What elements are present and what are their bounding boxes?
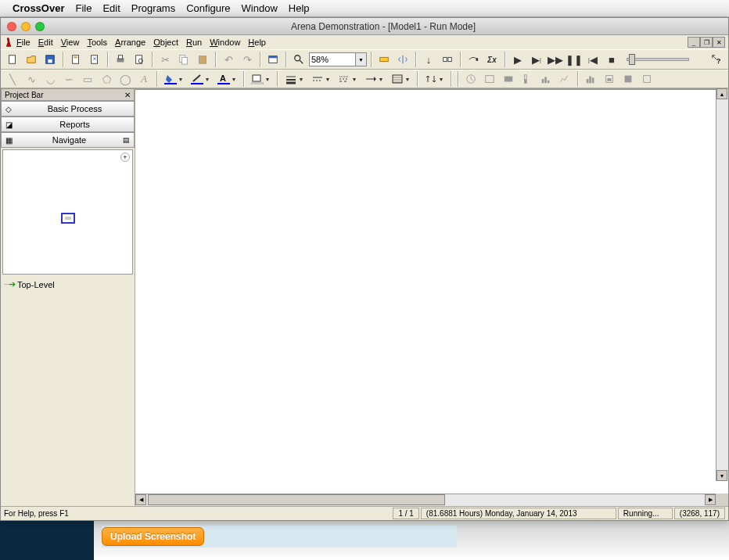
mdi-minimize-icon[interactable]: _ (688, 37, 700, 48)
attach-button[interactable] (86, 51, 103, 68)
menu-view[interactable]: View (61, 38, 80, 47)
flip-button[interactable]: ▼ (422, 71, 447, 87)
upload-screenshot-button[interactable]: Upload Screenshot (102, 527, 204, 546)
menu-run[interactable]: Run (186, 38, 202, 47)
menu-arrange[interactable]: Arrange (115, 38, 145, 47)
menu-object[interactable]: Object (153, 38, 178, 47)
submodel-button[interactable] (439, 51, 456, 68)
menu-file[interactable]: File (16, 38, 31, 47)
polygon-tool[interactable]: ⬠ (98, 71, 115, 87)
project-bar-close-icon[interactable]: ✕ (124, 91, 131, 99)
line-style-button[interactable]: ▼ (308, 71, 333, 87)
ellipse-tool[interactable]: ◯ (117, 71, 134, 87)
template-button[interactable] (67, 51, 84, 68)
scroll-thumb-icon[interactable] (148, 494, 445, 505)
section-reports[interactable]: ◪ Reports (1, 117, 135, 132)
stop-button[interactable]: ■ (603, 51, 620, 68)
scroll-up-icon[interactable]: ▲ (716, 88, 727, 99)
connect-button[interactable] (465, 51, 482, 68)
tree-item-top-level[interactable]: ┈ ➔ Top-Level (4, 279, 131, 289)
print-button[interactable] (112, 51, 129, 68)
scroll-down-icon[interactable]: ▼ (716, 470, 727, 481)
date-button[interactable] (481, 71, 498, 87)
step-button[interactable]: ▶| (528, 51, 545, 68)
model-canvas[interactable]: Create 1 7 1 Record 1 7 1 (135, 88, 716, 90)
arc-tool[interactable]: ◡ (41, 71, 59, 87)
save-button[interactable] (41, 51, 59, 68)
titlebar[interactable]: Arena Demonstration - [Model1 - Run Mode… (1, 18, 728, 35)
mdi-restore-icon[interactable]: ❐ (700, 37, 713, 48)
redo-button[interactable]: ↷ (239, 51, 256, 68)
mdi-close-icon[interactable]: ✕ (713, 37, 725, 48)
level-button[interactable] (519, 71, 536, 87)
speed-slider[interactable] (627, 58, 689, 61)
line-color-button[interactable]: ▼ (188, 71, 213, 87)
copy-button[interactable] (175, 51, 192, 68)
text-color-button[interactable]: A▼ (214, 71, 239, 87)
mac-menu-help[interactable]: Help (289, 2, 310, 14)
variable-button[interactable] (500, 71, 517, 87)
bg-color-button[interactable]: ▼ (248, 71, 273, 87)
line-tool[interactable]: ╲ (4, 71, 21, 87)
text-tool[interactable]: A (135, 71, 153, 87)
mac-menu-configure[interactable]: Configure (186, 2, 230, 14)
magnify-button[interactable] (290, 51, 307, 68)
context-help-button[interactable]: ? (708, 51, 725, 68)
go-button[interactable]: ▶ (509, 51, 526, 68)
mac-menu-edit[interactable]: Edit (102, 2, 120, 14)
zoom-icon[interactable] (35, 22, 45, 31)
histogram-button[interactable] (537, 71, 555, 87)
polyline-tool[interactable]: ∿ (23, 71, 40, 87)
mac-menu-window[interactable]: Window (242, 2, 278, 14)
zoom-combo[interactable]: ▼ (309, 52, 367, 66)
split-button[interactable] (394, 51, 411, 68)
horizontal-scrollbar[interactable]: ◀ ▶ (135, 494, 716, 506)
layers-button[interactable] (264, 51, 282, 68)
navigator-viewport-icon[interactable] (61, 213, 75, 224)
anim-global-button[interactable] (638, 71, 655, 87)
zoom-input[interactable] (309, 52, 356, 66)
arrow-style-button[interactable]: ▼ (361, 71, 386, 87)
rect-tool[interactable]: ▭ (79, 71, 96, 87)
expression-button[interactable]: Σx (483, 51, 501, 68)
scroll-right-icon[interactable]: ▶ (705, 494, 716, 505)
section-basic-process[interactable]: ◇ Basic Process (1, 101, 135, 117)
start-over-button[interactable]: |◀ (584, 51, 602, 68)
open-button[interactable] (23, 51, 40, 68)
zoom-dropdown-icon[interactable]: ▼ (356, 52, 367, 66)
menu-window[interactable]: Window (210, 38, 240, 47)
anim-entity-button[interactable] (582, 71, 599, 87)
slider-thumb-icon[interactable] (629, 54, 635, 65)
vertical-scrollbar[interactable]: ▲ ▼ (716, 88, 728, 481)
print-preview-button[interactable] (131, 51, 148, 68)
region-button[interactable] (375, 51, 393, 68)
anim-queue-button[interactable] (619, 71, 637, 87)
paste-button[interactable] (194, 51, 211, 68)
anim-resource-button[interactable] (601, 71, 618, 87)
line-weight-button[interactable]: ▼ (282, 71, 307, 87)
fill-color-button[interactable]: ▼ (161, 71, 186, 87)
menu-tools[interactable]: Tools (87, 38, 107, 47)
pause-button[interactable]: ❚❚ (566, 51, 583, 68)
menu-edit[interactable]: Edit (38, 38, 53, 47)
navigator-zoom-icon[interactable]: + (120, 153, 130, 162)
navigator-canvas[interactable]: + (2, 149, 133, 275)
link-down-button[interactable]: ↓ (420, 51, 437, 68)
clock-button[interactable] (462, 71, 479, 87)
cut-button[interactable]: ✂ (156, 51, 174, 68)
section-navigate[interactable]: ▦ Navigate ▤ (1, 132, 135, 148)
mac-menu-file[interactable]: File (75, 2, 92, 14)
bezier-tool[interactable]: ∽ (60, 71, 77, 87)
mac-app-name[interactable]: CrossOver (13, 2, 64, 14)
mac-menu-programs[interactable]: Programs (131, 2, 175, 14)
line-pattern-button[interactable]: ▼ (335, 71, 360, 87)
menu-help[interactable]: Help (248, 38, 266, 47)
fast-forward-button[interactable]: ▶▶ (547, 51, 564, 68)
new-button[interactable] (4, 51, 21, 68)
undo-button[interactable]: ↶ (220, 51, 237, 68)
expand-icon[interactable]: ▤ (123, 136, 134, 144)
minimize-icon[interactable] (21, 22, 31, 31)
hatch-button[interactable]: ▼ (388, 71, 413, 87)
plot-button[interactable] (556, 71, 573, 87)
close-icon[interactable] (7, 22, 16, 31)
